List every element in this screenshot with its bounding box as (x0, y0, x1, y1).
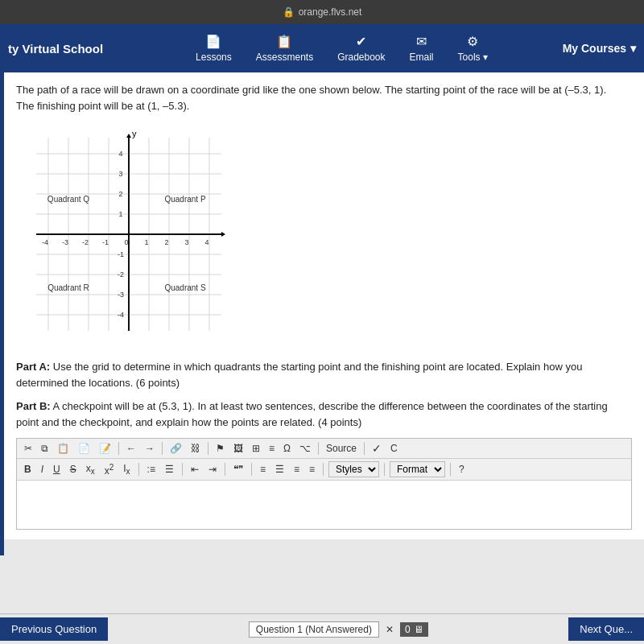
navigation-bar: ty Virtual School 📄 Lessons 📋 Assessment… (0, 24, 644, 72)
image-button[interactable]: 🖼 (230, 442, 246, 455)
svg-text:-3: -3 (118, 291, 124, 299)
paste-text-button[interactable]: 📄 (75, 442, 93, 455)
sep8 (225, 463, 225, 476)
my-courses-button[interactable]: My Courses ▾ (563, 42, 636, 55)
nav-gradebook[interactable]: ✔ Gradebook (337, 34, 385, 63)
link-button[interactable]: 🔗 (167, 442, 185, 455)
svg-text:Quadrant S: Quadrant S (164, 283, 205, 292)
subscript-button[interactable]: xx (83, 462, 98, 477)
sep11 (384, 463, 385, 476)
svg-text:Quadrant R: Quadrant R (47, 283, 89, 292)
flag-button[interactable]: ⚑ (213, 442, 228, 455)
redo-button[interactable]: → (142, 442, 158, 455)
decrease-indent-button[interactable]: ⇤ (188, 463, 202, 476)
grid-svg: x y -4 -3 -2 -1 0 1 2 3 4 4 3 2 1 -1 -2 (24, 130, 225, 347)
text-editor: ✂ ⧉ 📋 📄 📝 ← → 🔗 ⛓ ⚑ 🖼 ⊞ ≡ Ω ⌥ Source ✓ C (16, 438, 632, 530)
sep2 (162, 442, 163, 455)
previous-question-button[interactable]: Previous Question (0, 617, 108, 641)
sep1 (118, 442, 119, 455)
svg-text:4: 4 (204, 238, 208, 246)
coordinate-grid: x y -4 -3 -2 -1 0 1 2 3 4 4 3 2 1 -1 -2 (24, 130, 225, 347)
svg-text:-1: -1 (118, 250, 124, 258)
paste-word-button[interactable]: 📝 (96, 442, 114, 455)
underline-button[interactable]: U (50, 463, 64, 476)
nav-items: 📄 Lessons 📋 Assessments ✔ Gradebook ✉ Em… (121, 34, 563, 63)
remove-format-button[interactable]: Ix (120, 462, 133, 477)
source-button[interactable]: Source (323, 442, 360, 455)
align-left-button[interactable]: ≡ (257, 463, 269, 476)
zero-badge: 0 🖥 (400, 622, 428, 637)
strikethrough-button[interactable]: S (67, 463, 80, 476)
left-accent-bar (0, 72, 4, 555)
svg-text:-2: -2 (118, 270, 124, 279)
omega-button[interactable]: Ω (280, 442, 294, 455)
svg-text:Quadrant Q: Quadrant Q (47, 195, 89, 204)
svg-text:1: 1 (144, 238, 148, 246)
sep3 (208, 442, 208, 455)
question-status-badge: Question 1 (Not Answered) (249, 621, 379, 638)
part-a-label: Part A: (16, 361, 50, 373)
svg-text:4: 4 (118, 150, 122, 158)
gradebook-icon: ✔ (356, 34, 366, 49)
part-a-text: Use the grid to determine in which quadr… (16, 361, 582, 389)
svg-text:y: y (132, 130, 137, 138)
superscript-button[interactable]: x2 (101, 462, 118, 477)
nav-email[interactable]: ✉ Email (410, 34, 434, 63)
part-b-label: Part B: (16, 400, 51, 412)
url-text: orange.flvs.net (299, 6, 362, 18)
toolbar-row2: B I U S xx x2 Ix :≡ ☰ ⇤ ⇥ ❝❞ ≡ ☰ ≡ ≡ Sty… (17, 459, 631, 481)
increase-indent-button[interactable]: ⇥ (205, 463, 220, 476)
coordinate-grid-container: x y -4 -3 -2 -1 0 1 2 3 4 4 3 2 1 -1 -2 (24, 130, 225, 347)
styles-dropdown[interactable]: Styles (328, 461, 379, 477)
assessments-icon: 📋 (276, 34, 292, 49)
nav-tools[interactable]: ⚙ Tools ▾ (458, 34, 488, 63)
sep10 (323, 463, 324, 476)
browser-bar: 🔒 orange.flvs.net (0, 0, 644, 24)
sep6 (138, 463, 139, 476)
my-courses-label: My Courses (563, 42, 626, 55)
justify-button[interactable]: ≡ (306, 463, 318, 476)
special-button[interactable]: ⌥ (296, 442, 314, 455)
align-right-button[interactable]: ≡ (291, 463, 303, 476)
unordered-list-button[interactable]: ☰ (162, 463, 177, 476)
sep7 (182, 463, 183, 476)
svg-text:1: 1 (118, 210, 122, 218)
check-button[interactable]: ✓ (369, 441, 385, 456)
svg-marker-21 (126, 134, 131, 138)
svg-text:-1: -1 (102, 238, 109, 246)
align-center-button[interactable]: ☰ (272, 463, 287, 476)
italic-button[interactable]: I (38, 463, 47, 476)
nav-assessments[interactable]: 📋 Assessments (256, 34, 313, 63)
close-status-icon[interactable]: ✕ (386, 624, 394, 635)
nav-lessons[interactable]: 📄 Lessons (196, 34, 232, 63)
undo-button[interactable]: ← (123, 442, 139, 455)
paste-button[interactable]: 📋 (54, 442, 72, 455)
tools-label: Tools (458, 52, 481, 63)
next-question-button[interactable]: Next Que... (568, 617, 644, 641)
question-text: The path of a race will be drawn on a co… (16, 82, 632, 114)
cut-button[interactable]: ✂ (21, 442, 35, 455)
unlink-button[interactable]: ⛓ (188, 442, 204, 455)
svg-text:-2: -2 (82, 238, 89, 246)
sep4 (318, 442, 319, 455)
part-a-section: Part A: Use the grid to determine in whi… (16, 359, 632, 390)
toolbar-row1: ✂ ⧉ 📋 📄 📝 ← → 🔗 ⛓ ⚑ 🖼 ⊞ ≡ Ω ⌥ Source ✓ C (17, 439, 631, 459)
content-area: The path of a race will be drawn on a co… (0, 72, 644, 539)
tools-chevron-icon: ▾ (483, 52, 488, 63)
quote-button[interactable]: ❝❞ (230, 463, 246, 476)
sep12 (450, 463, 451, 476)
format-dropdown[interactable]: Format (390, 461, 445, 477)
svg-text:0: 0 (124, 238, 128, 246)
bold-button[interactable]: B (21, 463, 35, 476)
svg-text:2: 2 (118, 190, 122, 198)
align-button[interactable]: ≡ (266, 442, 278, 455)
email-icon: ✉ (416, 34, 427, 49)
editor-body[interactable] (17, 481, 631, 529)
copy-button[interactable]: ⧉ (38, 442, 52, 455)
ordered-list-button[interactable]: :≡ (144, 463, 159, 476)
table-button[interactable]: ⊞ (249, 442, 263, 455)
monitor-icon: 🖥 (414, 624, 423, 635)
part-b-section: Part B: A checkpoint will be at (5.3, 1)… (16, 398, 632, 430)
help-button[interactable]: ? (456, 463, 468, 476)
clear-button[interactable]: C (387, 442, 401, 455)
